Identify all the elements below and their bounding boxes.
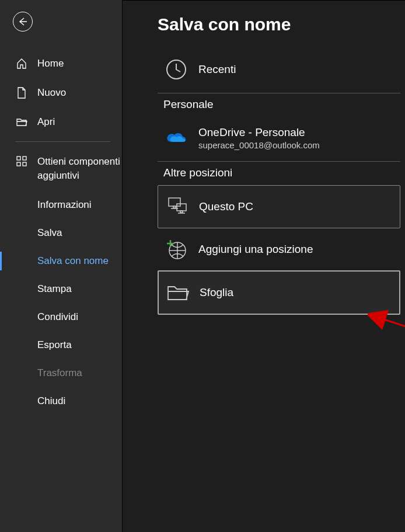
svg-rect-5 [169,198,180,206]
svg-rect-9 [180,211,183,213]
svg-rect-0 [17,157,20,160]
folder-icon [165,280,190,305]
sidebar-item-label: Nuovo [37,87,66,99]
location-label: OneDrive - Personale [198,126,320,139]
location-label: Aggiungi una posizione [198,243,313,256]
home-icon [15,57,28,70]
folder-open-icon [15,116,28,128]
sidebar-item-info[interactable]: Informazioni [0,191,122,219]
location-recent[interactable]: Recenti [158,48,400,91]
sidebar-item-save-as[interactable]: Salva con nome [0,247,122,275]
sidebar-item-open[interactable]: Apri [0,107,122,137]
sidebar-item-save[interactable]: Salva [0,219,122,247]
divider [15,141,110,142]
grid-icon [15,155,28,168]
sidebar-item-label: Stampa [37,283,72,295]
sidebar-item-label: Salva [37,227,62,239]
sidebar-item-home[interactable]: Home [0,49,122,78]
sidebar-item-export[interactable]: Esporta [0,331,122,359]
main-panel: Salva con nome Recenti Personale OneDriv… [123,0,405,532]
location-this-pc[interactable]: Questo PC [158,185,400,228]
location-add-place[interactable]: Aggiungi una posizione [158,228,400,270]
back-arrow-icon [18,16,28,27]
sidebar-item-label: Trasforma [37,367,82,379]
location-browse[interactable]: Sfoglia [158,270,400,315]
sidebar-item-transform: Trasforma [0,359,122,387]
sidebar-item-label: Esporta [37,339,72,351]
sidebar-item-new[interactable]: Nuovo [0,78,122,107]
section-personal: Personale [158,93,400,117]
page-title: Salva con nome [158,15,400,34]
section-other: Altre posizioni [158,162,400,185]
svg-rect-6 [173,206,176,208]
sidebar-item-share[interactable]: Condividi [0,303,122,331]
location-label: Recenti [198,63,236,76]
sidebar-item-print[interactable]: Stampa [0,275,122,303]
back-button[interactable] [13,12,33,32]
sidebar-item-label: Chiudi [37,395,65,407]
location-onedrive[interactable]: OneDrive - Personale superace_00018@outl… [158,117,400,159]
location-sub: superace_00018@outlook.com [198,140,320,150]
add-location-icon [163,237,189,262]
annotation-arrow-icon [368,310,405,357]
sidebar: Home Nuovo Apri Ottieni componenti aggiu… [0,0,123,532]
svg-line-14 [382,319,405,348]
svg-rect-8 [177,204,186,211]
sidebar-item-label: Ottieni componenti aggiuntivi [37,155,122,183]
this-pc-icon [164,194,190,220]
sidebar-item-label: Informazioni [37,199,92,211]
sidebar-item-addins[interactable]: Ottieni componenti aggiuntivi [0,147,122,191]
onedrive-icon [163,125,189,151]
clock-icon [163,57,189,82]
svg-rect-2 [17,162,20,166]
file-icon [15,86,28,99]
sidebar-item-label: Home [37,58,64,69]
sidebar-item-label: Condividi [37,311,78,323]
svg-rect-3 [23,162,26,166]
sidebar-item-close[interactable]: Chiudi [0,387,122,415]
svg-rect-1 [23,157,26,160]
sidebar-item-label: Apri [37,116,55,128]
location-label: Questo PC [199,200,253,213]
location-label: Sfoglia [200,286,233,299]
sidebar-item-label: Salva con nome [37,255,109,267]
